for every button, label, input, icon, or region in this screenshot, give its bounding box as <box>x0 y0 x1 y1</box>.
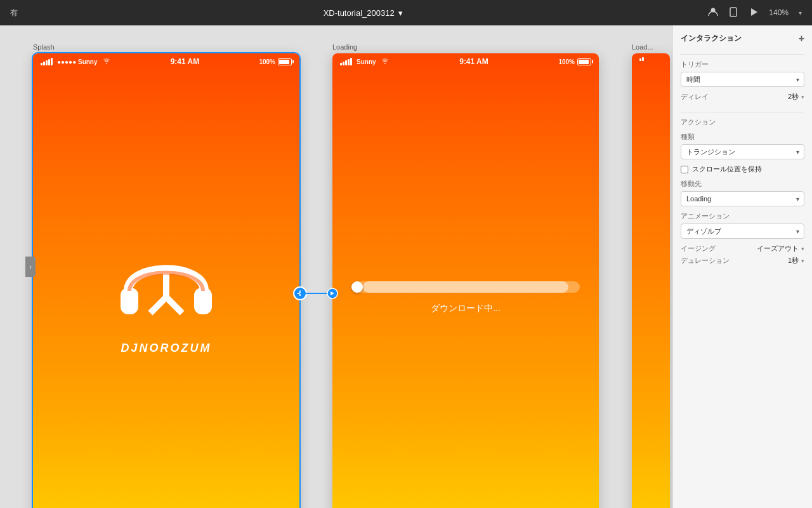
easing-label: イージング <box>681 244 716 253</box>
battery-icon-splash <box>278 58 292 65</box>
partial-bg <box>632 53 670 508</box>
frame-label-splash: Splash <box>33 43 55 51</box>
delay-chevron: ▾ <box>801 94 804 100</box>
progress-track <box>363 281 568 293</box>
duration-value: 1秒 <box>788 256 799 265</box>
svg-marker-3 <box>751 8 757 16</box>
top-bar-center: XD-tutorial_200312 ▾ <box>324 8 403 18</box>
status-bar-partial <box>632 53 670 64</box>
interaction-title: インタラクション + <box>681 33 804 44</box>
signal-bars <box>41 58 53 65</box>
top-bar-left: 有 <box>10 8 18 18</box>
headphone-logo <box>115 240 217 331</box>
splash-bg: ●●●●● Sunny 9:41 AM 100% <box>33 53 299 508</box>
time-display-loading: 9:41 AM <box>459 57 488 66</box>
destination-select[interactable]: Loading <box>681 191 804 206</box>
brand-name: DJNOROZUM <box>121 342 212 355</box>
signal-bars-partial <box>639 57 644 61</box>
action-section: アクション 種類 トランジション スクロール位置を保持 移動先 Loading … <box>681 117 804 265</box>
svg-rect-4 <box>121 288 138 314</box>
loading-content: ダウンロード中... <box>332 69 599 508</box>
left-panel-toggle[interactable]: › <box>25 257 36 277</box>
easing-value-wrapper[interactable]: イーズアウト ▾ <box>757 244 804 253</box>
status-left: ●●●●● Sunny <box>41 58 111 65</box>
phone-frame-partial[interactable] <box>632 53 670 508</box>
battery-percent-loading: 100% <box>558 58 575 65</box>
trigger-select-wrapper[interactable]: 時間 <box>681 72 804 87</box>
delay-value-wrapper[interactable]: 2秒 ▾ <box>788 92 804 102</box>
battery-percent-splash: 100% <box>259 58 275 65</box>
animation-select[interactable]: ディゾルブ <box>681 224 804 239</box>
battery-icon-loading <box>577 58 591 65</box>
svg-line-8 <box>166 297 182 313</box>
scroll-preserve-checkbox[interactable] <box>681 166 688 173</box>
left-handle-arrow: › <box>29 264 31 271</box>
svg-point-2 <box>733 14 734 15</box>
divider-2 <box>681 112 804 112</box>
status-bar-splash: ●●●●● Sunny 9:41 AM 100% <box>33 53 299 69</box>
easing-chevron: ▾ <box>801 246 804 252</box>
delay-label: ディレイ <box>681 92 709 102</box>
destination-select-wrapper[interactable]: Loading <box>681 191 804 206</box>
status-bar-loading: Sunny 9:41 AM 100% <box>332 53 599 69</box>
title-chevron[interactable]: ▾ <box>398 8 403 18</box>
time-display-splash: 9:41 AM <box>171 57 200 66</box>
canvas-area[interactable]: › Splash <box>0 25 672 508</box>
divider-1 <box>681 54 804 55</box>
status-right-splash: 100% <box>259 58 292 65</box>
project-title: XD-tutorial_200312 <box>324 8 395 18</box>
wifi-icon-loading <box>381 58 390 65</box>
right-panel: インタラクション + トリガー 時間 ディレイ 2秒 ▾ <box>672 25 812 508</box>
phone-frame-splash[interactable]: ●●●●● Sunny 9:41 AM 100% <box>33 53 299 508</box>
animation-label: アニメーション <box>681 211 804 221</box>
animation-select-wrapper[interactable]: ディゾルブ <box>681 224 804 239</box>
delay-row: ディレイ 2秒 ▾ <box>681 92 804 102</box>
top-bar-right: 140% ▾ <box>708 7 802 19</box>
type-select[interactable]: トランジション <box>681 144 804 159</box>
scroll-preserve-row: スクロール位置を保持 <box>681 164 804 174</box>
zoom-level[interactable]: 140% <box>769 8 789 17</box>
progress-thumb <box>351 281 363 293</box>
svg-line-7 <box>150 297 166 313</box>
top-bar: 有 XD-tutorial_200312 ▾ 140% ▾ <box>0 0 812 25</box>
carrier-name: ●●●●● Sunny <box>57 58 98 65</box>
trigger-select[interactable]: 時間 <box>681 72 804 87</box>
trigger-label: トリガー <box>681 60 804 69</box>
svg-rect-5 <box>194 288 212 314</box>
duration-row: デュレーション 1秒 ▾ <box>681 256 804 265</box>
splash-content: DJNOROZUM <box>33 69 299 508</box>
carrier-name-loading: Sunny <box>357 58 376 65</box>
signal-bars-loading <box>340 58 352 65</box>
action-label: アクション <box>681 117 804 127</box>
frame-label-loading: Loading <box>332 43 357 51</box>
status-left-loading: Sunny <box>340 58 390 65</box>
easing-row: イージング イーズアウト ▾ <box>681 244 804 253</box>
duration-chevron: ▾ <box>801 258 804 264</box>
type-select-wrapper[interactable]: トランジション <box>681 144 804 159</box>
destination-label: 移動先 <box>681 179 804 189</box>
trigger-section: トリガー 時間 ディレイ 2秒 ▾ <box>681 60 804 102</box>
download-text: ダウンロード中... <box>431 303 501 314</box>
scroll-preserve-label: スクロール位置を保持 <box>692 164 762 174</box>
phone-frame-loading[interactable]: Sunny 9:41 AM 100% <box>332 53 599 508</box>
zoom-chevron[interactable]: ▾ <box>799 10 802 17</box>
add-interaction-btn[interactable]: + <box>799 34 804 44</box>
easing-value: イーズアウト <box>757 244 799 253</box>
status-right-loading: 100% <box>558 58 591 65</box>
main-content: › Splash <box>0 25 812 508</box>
duration-label: デュレーション <box>681 256 730 265</box>
menu-text: 有 <box>10 8 18 17</box>
delay-value: 2秒 <box>788 92 799 102</box>
interaction-section: インタラクション + <box>681 33 804 44</box>
duration-value-wrapper[interactable]: 1秒 ▾ <box>788 256 804 265</box>
play-icon[interactable] <box>749 7 759 19</box>
type-label: 種類 <box>681 132 804 142</box>
wifi-icon <box>102 58 111 65</box>
user-icon[interactable] <box>708 7 718 19</box>
loading-bg: Sunny 9:41 AM 100% <box>332 53 599 508</box>
status-left-partial <box>639 57 646 61</box>
progress-bar <box>351 281 580 293</box>
frame-label-partial: Load... <box>632 43 653 51</box>
device-icon[interactable] <box>728 7 738 19</box>
